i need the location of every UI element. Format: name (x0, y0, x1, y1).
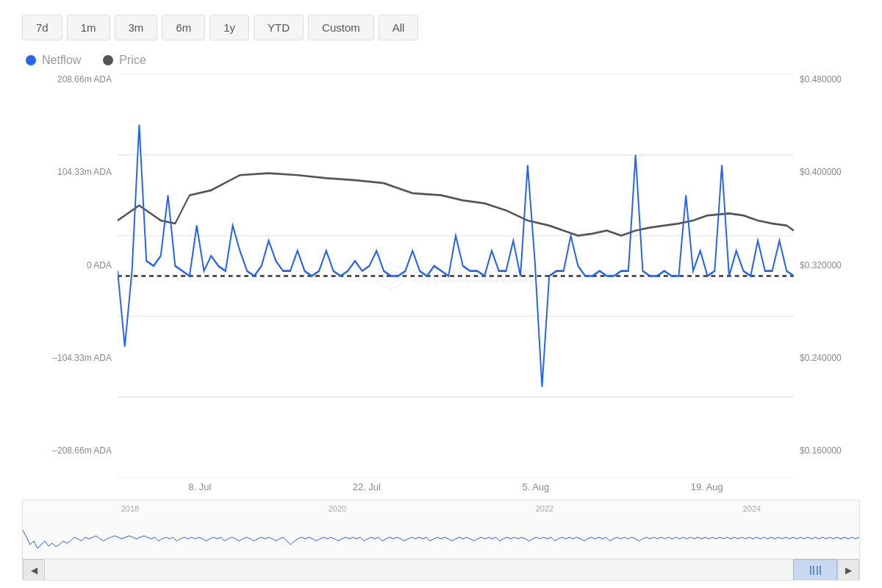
main-chart-container: 208.66m ADA104.33m ADA0 ADA–104.33m ADA–… (22, 74, 860, 478)
legend-price: Price (103, 54, 146, 67)
navigator-scroll: ◀ ▶ (23, 559, 859, 581)
y-axis-right-label: $0.240000 (794, 353, 860, 363)
chart-svg-wrapper: intotheblock (118, 74, 794, 478)
main-container: 7d1m3m6m1yYTDCustomAll Netflow Price 208… (0, 0, 882, 588)
grip-line-1 (810, 566, 811, 575)
y-axis-left: 208.66m ADA104.33m ADA0 ADA–104.33m ADA–… (22, 74, 118, 478)
y-axis-left-label: –208.66m ADA (22, 445, 118, 456)
navigator-svg (23, 501, 859, 556)
y-axis-left-label: 104.33m ADA (22, 167, 118, 177)
grip-line-4 (820, 566, 821, 575)
netflow-dot (26, 55, 36, 65)
grip-line-3 (817, 566, 818, 575)
time-btn-all[interactable]: All (379, 15, 419, 40)
y-axis-right-label: $0.320000 (794, 260, 860, 270)
time-btn-1m[interactable]: 1m (67, 15, 110, 40)
y-axis-left-label: –104.33m ADA (22, 353, 118, 363)
y-axis-right-label: $0.160000 (794, 445, 860, 456)
main-chart-svg (118, 74, 794, 478)
x-axis-label: 8. Jul (188, 481, 211, 492)
time-btn-7d[interactable]: 7d (22, 15, 62, 40)
x-axis: 8. Jul22. Jul5. Aug19. Aug (22, 478, 860, 496)
chart-legend: Netflow Price (22, 54, 860, 67)
time-range-buttons: 7d1m3m6m1yYTDCustomAll (22, 15, 860, 40)
y-axis-left-label: 208.66m ADA (22, 74, 118, 85)
legend-netflow: Netflow (26, 54, 81, 67)
price-dot (103, 55, 113, 65)
y-axis-right: $0.480000$0.400000$0.320000$0.240000$0.1… (794, 74, 860, 478)
grip-line-2 (813, 566, 814, 575)
scroll-handle[interactable] (793, 559, 837, 581)
price-label: Price (119, 54, 146, 67)
scroll-left-button[interactable]: ◀ (23, 559, 45, 581)
y-axis-left-label: 0 ADA (22, 260, 118, 270)
y-axis-right-label: $0.480000 (794, 74, 860, 85)
grip-left (810, 566, 814, 575)
x-axis-label: 5. Aug (522, 481, 549, 492)
time-btn-1y[interactable]: 1y (209, 15, 249, 40)
netflow-label: Netflow (42, 54, 81, 67)
y-axis-right-label: $0.400000 (794, 167, 860, 177)
time-btn-ytd[interactable]: YTD (254, 15, 304, 40)
scroll-track (45, 559, 837, 581)
time-btn-3m[interactable]: 3m (115, 15, 158, 40)
time-btn-custom[interactable]: Custom (308, 15, 374, 40)
x-axis-label: 19. Aug (691, 481, 723, 492)
scroll-right-button[interactable]: ▶ (837, 559, 859, 581)
chart-wrapper: 208.66m ADA104.33m ADA0 ADA–104.33m ADA–… (22, 74, 860, 581)
x-axis-label: 22. Jul (353, 481, 381, 492)
navigator-container: 2018202020222024 ◀ (22, 500, 860, 581)
time-btn-6m[interactable]: 6m (162, 15, 205, 40)
grip-right (817, 566, 821, 575)
